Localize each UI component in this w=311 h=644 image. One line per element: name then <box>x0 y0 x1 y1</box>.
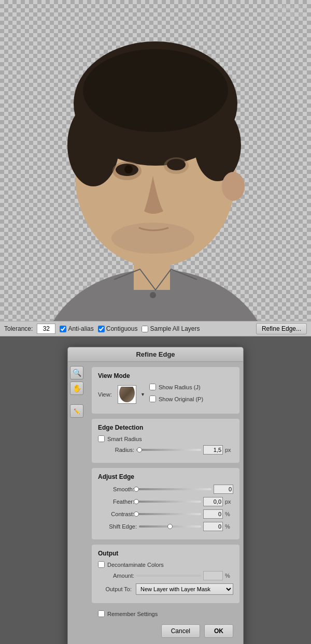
svg-point-7 <box>222 172 245 201</box>
feather-input[interactable] <box>203 497 223 506</box>
remember-row: Remember Settings <box>92 608 239 620</box>
smooth-slider[interactable] <box>136 488 211 490</box>
contiguous-group: Contiguous <box>98 325 138 332</box>
show-radius-row: Show Radius (J) <box>149 384 203 390</box>
dialog-title: Refine Edge <box>68 347 243 362</box>
shift-edge-unit: % <box>225 523 233 530</box>
smooth-input[interactable] <box>214 485 233 494</box>
feather-unit: px <box>225 499 233 505</box>
show-original-label: Show Original (P) <box>159 396 203 402</box>
show-original-row: Show Original (P) <box>149 396 203 402</box>
shift-edge-input[interactable] <box>203 522 223 531</box>
show-radius-checkbox[interactable] <box>149 384 156 390</box>
refine-edge-dialog: Refine Edge 🔍 ✋ ✏️ View Mode View: <box>67 347 244 644</box>
smart-radius-row: Smart Radius <box>98 435 233 442</box>
view-dropdown-arrow[interactable]: ▼ <box>140 392 145 397</box>
shift-edge-slider[interactable] <box>139 525 201 528</box>
output-to-row: Output To: New Layer with Layer Mask Sel… <box>98 583 233 595</box>
cancel-button[interactable]: Cancel <box>161 624 200 638</box>
sample-all-layers-checkbox[interactable] <box>142 326 148 332</box>
view-thumbnail[interactable] <box>118 385 136 404</box>
shift-edge-label: Shift Edge: <box>98 523 137 530</box>
anti-alias-label: Anti-alias <box>68 325 93 332</box>
ok-button[interactable]: OK <box>204 624 233 638</box>
edge-detection-title: Edge Detection <box>98 424 233 431</box>
contrast-row: Contrast: % <box>98 509 233 519</box>
contrast-input[interactable] <box>203 509 223 519</box>
dialog-overlay: Refine Edge 🔍 ✋ ✏️ View Mode View: <box>0 336 311 644</box>
remember-settings-checkbox[interactable] <box>98 610 105 617</box>
amount-input <box>203 571 223 580</box>
toolbar: Tolerance: Anti-alias Contiguous Sample … <box>0 321 311 336</box>
decontaminate-label: Decontaminate Colors <box>107 562 164 568</box>
hand-tool-button[interactable]: ✋ <box>70 382 83 395</box>
smart-radius-checkbox[interactable] <box>98 435 105 442</box>
canvas-area: 思缘设计论坛 www.missvuan.com <box>0 0 311 321</box>
view-label: View: <box>98 391 114 398</box>
feather-slider[interactable] <box>136 501 201 503</box>
view-mode-title: View Mode <box>98 372 233 379</box>
anti-alias-checkbox[interactable] <box>60 326 66 332</box>
view-mode-section: View Mode View: ▼ Show Radius (J) <box>92 367 239 414</box>
show-original-checkbox[interactable] <box>149 396 156 402</box>
adjust-edge-section: Adjust Edge Smooth: Feather: <box>92 468 239 539</box>
amount-slider <box>136 575 201 577</box>
feather-thumb[interactable] <box>134 499 139 504</box>
feather-row: Feather: px <box>98 497 233 506</box>
smooth-label: Smooth: <box>98 486 134 492</box>
shift-edge-row: Shift Edge: % <box>98 522 233 531</box>
adjust-edge-title: Adjust Edge <box>98 473 233 480</box>
contrast-unit: % <box>225 511 233 517</box>
view-row: View: ▼ Show Radius (J) <box>98 384 233 405</box>
contiguous-checkbox[interactable] <box>98 326 105 332</box>
output-to-select[interactable]: New Layer with Layer Mask Selection Laye… <box>136 583 233 595</box>
contrast-label: Contrast: <box>98 511 134 517</box>
anti-alias-group: Anti-alias <box>60 325 93 332</box>
shift-edge-thumb[interactable] <box>167 524 173 529</box>
svg-point-11 <box>124 165 133 173</box>
show-radius-label: Show Radius (J) <box>159 384 201 390</box>
amount-label: Amount: <box>98 573 134 579</box>
dialog-content: 🔍 ✋ ✏️ View Mode View: ▼ <box>68 362 243 644</box>
sample-all-layers-label: Sample All Layers <box>150 325 200 332</box>
smooth-thumb[interactable] <box>134 487 139 492</box>
main-column: View Mode View: ▼ Show Radius (J) <box>86 362 244 644</box>
edge-detect-tool-button[interactable]: ✏️ <box>70 404 83 418</box>
tools-column: 🔍 ✋ ✏️ <box>68 362 86 644</box>
thumbnail-image <box>119 387 135 402</box>
radius-unit: px <box>225 447 233 453</box>
svg-point-13 <box>111 223 194 254</box>
svg-point-6 <box>83 49 228 132</box>
svg-point-12 <box>167 159 186 170</box>
dialog-footer: Cancel OK <box>92 620 239 644</box>
tolerance-label: Tolerance: <box>4 325 33 332</box>
output-section: Output Decontaminate Colors Amount: % Ou… <box>92 545 239 603</box>
output-to-label: Output To: <box>98 586 132 592</box>
decontaminate-row: Decontaminate Colors <box>98 561 233 568</box>
contrast-thumb[interactable] <box>134 511 139 517</box>
sample-all-layers-group: Sample All Layers <box>142 325 200 332</box>
edge-detection-section: Edge Detection Smart Radius Radius: px <box>92 419 239 463</box>
radius-row: Radius: px <box>98 445 233 455</box>
remember-settings-label: Remember Settings <box>107 611 158 617</box>
contrast-slider[interactable] <box>136 513 201 515</box>
amount-row: Amount: % <box>98 571 233 580</box>
radius-label: Radius: <box>98 447 134 453</box>
radius-slider[interactable] <box>136 449 201 451</box>
zoom-tool-button[interactable]: 🔍 <box>70 366 83 379</box>
decontaminate-checkbox[interactable] <box>98 561 105 568</box>
radius-input[interactable] <box>203 445 223 455</box>
smart-radius-label: Smart Radius <box>107 436 142 442</box>
svg-point-14 <box>150 292 156 298</box>
smooth-row: Smooth: <box>98 485 233 494</box>
tolerance-input[interactable] <box>37 324 55 334</box>
portrait-svg <box>0 0 311 321</box>
contiguous-label: Contiguous <box>106 325 138 332</box>
output-title: Output <box>98 550 233 557</box>
feather-label: Feather: <box>98 499 134 505</box>
refine-edge-button[interactable]: Refine Edge... <box>256 323 307 334</box>
show-options: Show Radius (J) Show Original (P) <box>149 384 203 405</box>
amount-unit: % <box>225 573 233 579</box>
radius-thumb[interactable] <box>137 447 142 452</box>
